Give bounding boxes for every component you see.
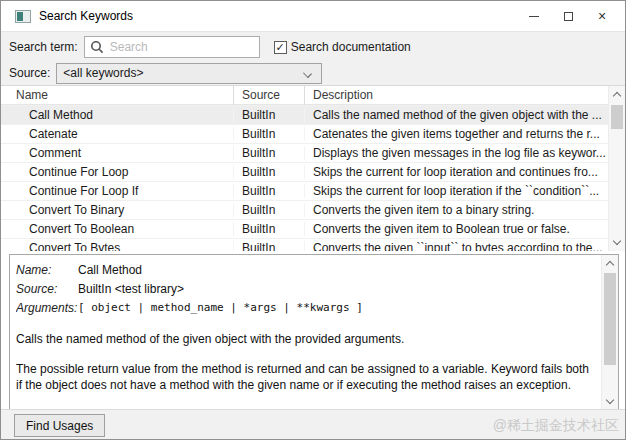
row-description: Skips the current for loop iteration if … — [304, 184, 608, 198]
column-header-name[interactable]: Name — [1, 86, 233, 105]
search-placeholder: Search — [110, 40, 148, 54]
row-name: Continue For Loop If — [1, 184, 233, 198]
minimize-icon — [529, 16, 539, 17]
search-term-label: Search term: — [9, 40, 78, 54]
row-source: BuiltIn — [233, 222, 304, 236]
table-row[interactable]: Convert To Bytes BuiltIn Converts the gi… — [1, 238, 608, 251]
close-button[interactable]: × — [585, 1, 619, 31]
scroll-down-icon[interactable] — [602, 393, 618, 409]
search-icon — [90, 40, 104, 54]
table-row[interactable]: Continue For Loop BuiltIn Skips the curr… — [1, 162, 608, 181]
column-header-description[interactable]: Description — [304, 86, 608, 105]
maximize-button[interactable] — [551, 1, 585, 31]
table-row[interactable]: Convert To Binary BuiltIn Converts the g… — [1, 200, 608, 219]
row-source: BuiltIn — [233, 241, 304, 251]
row-name: Comment — [1, 146, 233, 160]
maximize-icon — [564, 12, 573, 21]
row-source: BuiltIn — [233, 146, 304, 160]
row-name: Continue For Loop — [1, 165, 233, 179]
search-input[interactable]: Search — [84, 36, 260, 58]
scroll-up-icon[interactable] — [602, 256, 618, 272]
detail-name-value: Call Method — [78, 263, 142, 277]
row-source: BuiltIn — [233, 108, 304, 122]
table-row[interactable]: Continue For Loop If BuiltIn Skips the c… — [1, 181, 608, 200]
keyword-details-pane: Name: Call Method Source: BuiltIn <test … — [9, 254, 619, 411]
row-description: Displays the given messages in the log f… — [304, 146, 608, 160]
watermark-text: @稀土掘金技术社区 — [493, 417, 619, 435]
row-source: BuiltIn — [233, 127, 304, 141]
detail-source-label: Source: — [16, 282, 78, 296]
row-name: Convert To Boolean — [1, 222, 233, 236]
checkbox-check-icon: ✓ — [274, 41, 287, 54]
source-label: Source: — [9, 66, 50, 80]
title-bar[interactable]: Search Keywords × — [1, 1, 625, 31]
row-description: Converts the given item to a binary stri… — [304, 203, 608, 217]
table-row[interactable]: Call Method BuiltIn Calls the named meth… — [1, 105, 608, 124]
row-description: Converts the given item to Boolean true … — [304, 222, 608, 236]
detail-arguments-label: Arguments: — [16, 301, 78, 315]
list-scrollbar[interactable] — [608, 86, 625, 251]
scroll-down-icon[interactable] — [609, 234, 625, 250]
window-title: Search Keywords — [39, 9, 133, 23]
row-description: Skips the current for loop iteration and… — [304, 165, 608, 179]
find-usages-button[interactable]: Find Usages — [14, 414, 105, 437]
close-icon: × — [598, 9, 606, 23]
scroll-up-icon[interactable] — [609, 87, 625, 103]
row-name: Catenate — [1, 127, 233, 141]
source-dropdown-value: <all keywords> — [63, 66, 143, 80]
search-keywords-dialog: Search Keywords × Search term: Search ✓ … — [0, 0, 626, 440]
row-name: Convert To Bytes — [1, 241, 233, 251]
list-scrollbar-thumb[interactable] — [611, 105, 623, 129]
table-header: Name Source Description — [1, 86, 608, 105]
chevron-down-icon — [303, 69, 312, 78]
row-description: Calls the named method of the given obje… — [304, 108, 608, 122]
row-description: Converts the given ``input`` to bytes ac… — [304, 241, 608, 251]
row-source: BuiltIn — [233, 184, 304, 198]
detail-arguments-value: [ object | method_name | *args | **kwarg… — [78, 301, 363, 314]
column-header-source[interactable]: Source — [233, 86, 304, 105]
minimize-button[interactable] — [517, 1, 551, 31]
row-source: BuiltIn — [233, 165, 304, 179]
table-row[interactable]: Comment BuiltIn Displays the given messa… — [1, 143, 608, 162]
detail-description-paragraph: Calls the named method of the given obje… — [16, 331, 596, 347]
table-row[interactable]: Convert To Boolean BuiltIn Converts the … — [1, 219, 608, 238]
table-row[interactable]: Catenate BuiltIn Catenates the given ite… — [1, 124, 608, 143]
footer-bar: Find Usages @稀土掘金技术社区 — [1, 409, 625, 439]
detail-source-value: BuiltIn <test library> — [78, 282, 184, 296]
app-icon — [15, 10, 31, 23]
details-scrollbar[interactable] — [601, 255, 618, 410]
keyword-list: Name Source Description Call Method Buil… — [1, 85, 625, 251]
source-dropdown[interactable]: <all keywords> — [56, 63, 322, 84]
toolbar: Search term: Search ✓ Search documentati… — [1, 31, 625, 85]
details-scrollbar-thumb[interactable] — [604, 273, 616, 365]
row-description: Catenates the given items together and r… — [304, 127, 608, 141]
row-name: Convert To Binary — [1, 203, 233, 217]
detail-description-paragraph: The possible return value from the metho… — [16, 361, 596, 393]
detail-name-label: Name: — [16, 263, 78, 277]
row-source: BuiltIn — [233, 203, 304, 217]
search-documentation-checkbox[interactable]: ✓ Search documentation — [274, 40, 411, 54]
search-documentation-label: Search documentation — [291, 40, 411, 54]
row-name: Call Method — [1, 108, 233, 122]
